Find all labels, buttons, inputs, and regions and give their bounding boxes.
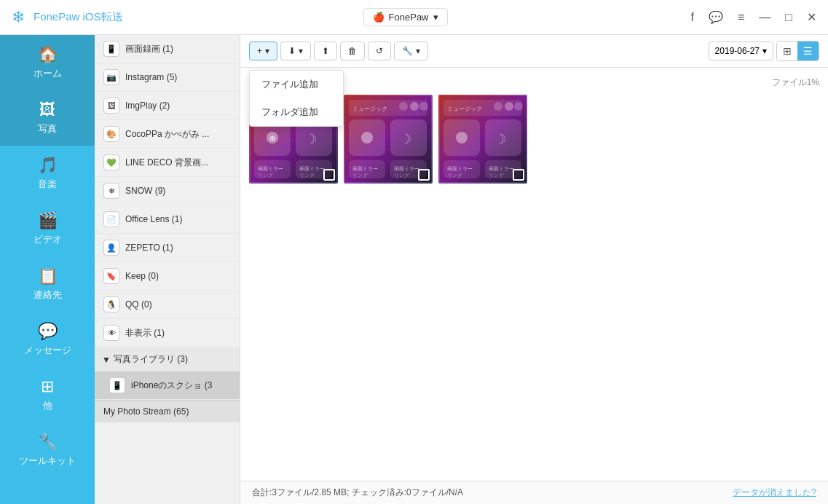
app-item-line-deco[interactable]: 💚 LINE DECO 背景画... [95,149,240,177]
app-item-zepeto[interactable]: 👤 ZEPETO (1) [95,234,240,262]
photo-thumb[interactable]: ミュージック ☽ 画面ミラー リング 画面ミラー [438,95,527,184]
export-icon: ⬆ [322,46,329,56]
sidebar-label-other: 他 [43,399,52,412]
apple-icon: 🍎 [373,12,385,23]
sidebar-label-home: ホーム [33,67,62,80]
dropdown-arrow-icon: ▾ [433,12,438,23]
sidebar-item-other[interactable]: ⊞ 他 [0,367,95,422]
my-photo-stream-item[interactable]: My Photo Stream (65) [95,400,240,422]
sidebar-item-music[interactable]: 🎵 音楽 [0,146,95,201]
date-filter[interactable]: 2019-06-27 ▾ [709,42,773,60]
app-item-snow[interactable]: ❄ SNOW (9) [95,177,240,205]
refresh-button[interactable]: ↺ [368,42,391,60]
import-arrow-icon: ▾ [299,46,303,56]
facebook-icon[interactable]: f [691,11,694,24]
screen-record-icon: 📱 [103,41,119,57]
status-text: 合計:3ファイル/2.85 MB; チェック済み:0ファイル/N/A [252,487,463,499]
sidebar-item-messages[interactable]: 💬 メッセージ [0,312,95,367]
app-item-cocoppa[interactable]: 🎨 CocoPPa かべがみ ... [95,120,240,149]
app-item-label: Office Lens (1) [125,214,182,224]
photo-checkbox[interactable] [513,169,524,181]
list-view-button[interactable]: ☰ [797,42,819,60]
content-area: + ▾ ⬇ ▾ ⬆ 🗑 ↺ 🔧 ▾ 2019-06-27 [240,35,828,504]
app-item-label: ZEPETO (1) [125,243,173,253]
app-item-label: ImgPlay (2) [125,101,170,111]
app-logo-icon: ❄ [12,8,25,27]
import-button[interactable]: ⬇ ▾ [280,42,311,60]
svg-text:リング: リング [489,173,505,178]
add-folder-item[interactable]: フォルダ追加 [250,98,343,126]
svg-text:画面ミラー: 画面ミラー [394,166,419,171]
photo-thumb[interactable]: ミュージック ☽ 画面ミラー リング 画面ミラー [344,95,433,184]
tools-button[interactable]: 🔧 ▾ [394,42,428,60]
sidebar-item-video[interactable]: 🎬 ビデオ [0,201,95,256]
sidebar-label-video: ビデオ [33,233,62,246]
delete-button[interactable]: 🗑 [340,42,365,60]
photo-checkbox[interactable] [323,169,335,181]
messages-icon: 💬 [38,322,58,341]
photo-checkbox[interactable] [418,169,430,181]
main-layout: 🏠 ホーム 🖼 写真 🎵 音楽 🎬 ビデオ 📋 連絡先 💬 メッセージ ⊞ 他 [0,35,828,504]
svg-text:☽: ☽ [305,132,317,146]
tools-icon: 🔧 [402,46,413,56]
sidebar-label-photos: 写真 [38,122,57,135]
svg-text:画面ミラー: 画面ミラー [258,166,283,171]
svg-point-40 [456,132,468,143]
add-file-item[interactable]: ファイル追加 [250,71,343,98]
imgplay-icon: 🖼 [103,98,119,114]
add-button[interactable]: + ▾ [249,42,277,60]
svg-text:リング: リング [394,173,410,178]
app-item-hidden[interactable]: 👁 非表示 (1) [95,319,240,347]
music-icon: 🎵 [38,156,58,175]
message-icon[interactable]: 💬 [709,10,723,24]
grid-view-button[interactable]: ⊞ [777,42,797,60]
sidebar-item-contacts[interactable]: 📋 連絡先 [0,256,95,312]
app-item-iphone-screenshots[interactable]: 📱 iPhoneのスクショ (3 [95,371,240,400]
data-lost-link[interactable]: データが消えました? [733,487,816,499]
add-dropdown-arrow-icon: ▾ [265,46,269,56]
date-dropdown-icon: ▾ [762,46,767,56]
office-lens-icon: 📄 [103,211,119,227]
sidebar-item-photos[interactable]: 🖼 写真 [0,90,95,146]
app-item-imgplay[interactable]: 🖼 ImgPlay (2) [95,92,240,120]
add-dropdown-menu: ファイル追加 フォルダ追加 [249,70,344,127]
app-item-screen-record[interactable]: 📱 画面録画 (1) [95,35,240,63]
svg-text:画面ミラー: 画面ミラー [489,166,514,171]
other-icon: ⊞ [41,377,54,396]
app-item-keep[interactable]: 🔖 Keep (0) [95,262,240,291]
sidebar-item-toolkit[interactable]: 🔧 ツールキット [0,422,95,478]
app-item-label: QQ (0) [125,299,152,310]
sidebar-label-contacts: 連絡先 [33,288,62,302]
app-item-label: Instagram (5) [125,72,177,82]
device-selector[interactable]: 🍎 FonePaw ▾ [363,8,448,26]
svg-text:リング: リング [299,173,315,178]
svg-point-37 [505,102,513,111]
svg-text:ミュージック: ミュージック [447,106,482,112]
app-title: FonePaw iOS転送 [33,10,123,24]
my-photo-stream-label: My Photo Stream (65) [103,406,189,417]
title-bar: ❄ FonePaw iOS転送 🍎 FonePaw ▾ f 💬 ≡ — □ ✕ [0,0,828,35]
sidebar-label-messages: メッセージ [24,344,71,357]
close-button[interactable]: ✕ [807,10,816,24]
device-selector-area: 🍎 FonePaw ▾ [132,8,679,26]
hidden-icon: 👁 [103,325,119,341]
menu-icon[interactable]: ≡ [738,11,744,24]
tools-arrow-icon: ▾ [416,46,420,56]
zepeto-icon: 👤 [103,240,119,256]
app-item-qq[interactable]: 🐧 QQ (0) [95,291,240,319]
toolbar: + ▾ ⬇ ▾ ⬆ 🗑 ↺ 🔧 ▾ 2019-06-27 [240,35,828,68]
svg-text:☽: ☽ [494,132,506,146]
svg-point-24 [361,132,373,143]
photo-library-section[interactable]: ▼ 写真ライブラリ (3) [95,347,240,371]
app-item-office-lens[interactable]: 📄 Office Lens (1) [95,205,240,234]
svg-text:⊕: ⊕ [269,134,275,142]
app-item-label: 画面録画 (1) [125,43,173,55]
view-toggle: ⊞ ☰ [776,41,819,61]
sidebar-item-home[interactable]: 🏠 ホーム [0,35,95,90]
export-button[interactable]: ⬆ [314,42,337,60]
minimize-button[interactable]: — [759,11,770,24]
app-item-instagram[interactable]: 📷 Instagram (5) [95,63,240,92]
app-item-label: SNOW (9) [125,186,165,196]
svg-text:ミュージック: ミュージック [352,106,387,112]
maximize-button[interactable]: □ [785,11,792,24]
